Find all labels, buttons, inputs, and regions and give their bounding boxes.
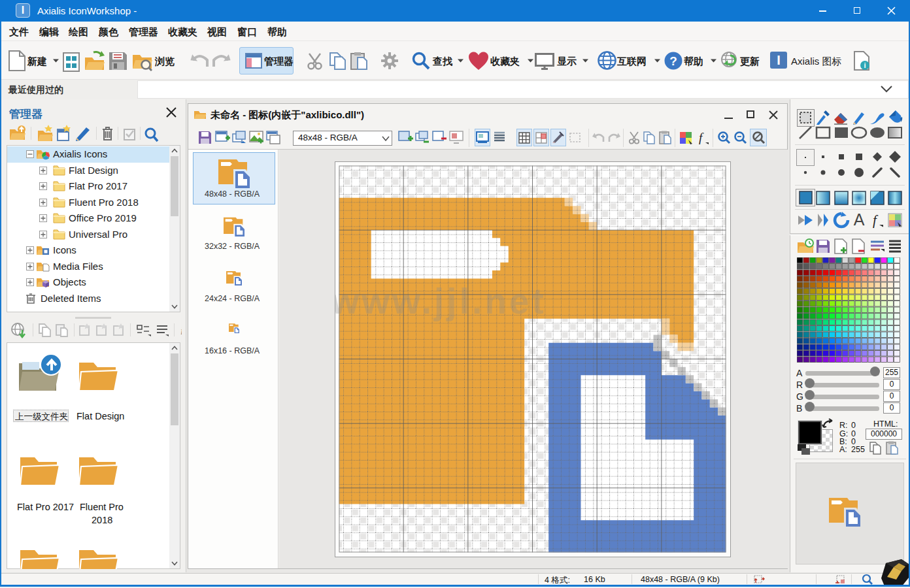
svg-text:www.jjl.net: www.jjl.net	[335, 281, 547, 321]
svg-text:f: f	[699, 131, 704, 144]
svg-text:i: i	[180, 325, 182, 336]
svg-text:f: f	[873, 212, 879, 228]
svg-text:A: A	[854, 212, 865, 228]
svg-text:?: ?	[669, 54, 677, 68]
svg-text:i: i	[864, 61, 866, 69]
